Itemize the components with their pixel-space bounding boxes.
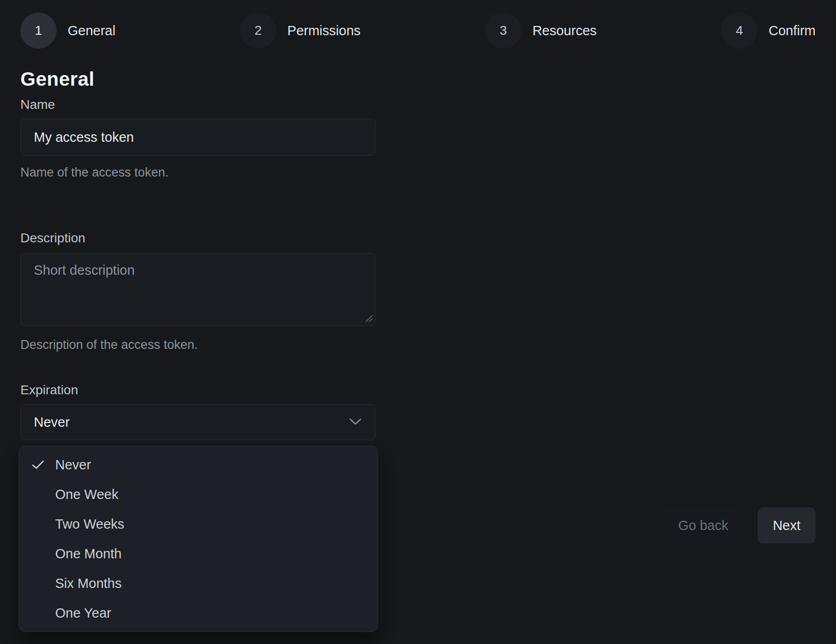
description-hint: Description of the access token. (20, 337, 399, 352)
step-label: General (68, 23, 115, 38)
check-icon (32, 460, 44, 470)
chevron-down-icon (349, 418, 361, 426)
resize-grip-icon[interactable] (365, 315, 373, 322)
general-step-form: General Name Name of the access token. D… (0, 69, 399, 632)
wizard-footer: Go back Next (664, 507, 816, 543)
step-label: Permissions (287, 23, 361, 38)
step-resources[interactable]: 3 Resources (485, 13, 597, 49)
step-permissions[interactable]: 2 Permissions (240, 13, 361, 49)
page-title: General (20, 69, 399, 90)
go-back-button[interactable]: Go back (664, 507, 743, 543)
description-label: Description (20, 231, 399, 246)
option-six-months[interactable]: Six Months (19, 568, 378, 598)
step-label: Resources (532, 23, 597, 38)
option-two-weeks[interactable]: Two Weeks (19, 509, 378, 539)
wizard-stepper: 1 General 2 Permissions 3 Resources 4 Co… (0, 0, 836, 49)
option-label: Never (55, 457, 91, 473)
option-never[interactable]: Never (19, 450, 378, 480)
step-number-badge: 4 (721, 13, 757, 49)
expiration-selected-value: Never (34, 415, 70, 430)
next-button[interactable]: Next (758, 507, 816, 543)
option-label: Two Weeks (55, 517, 124, 532)
option-label: One Week (55, 487, 118, 502)
option-one-year[interactable]: One Year (19, 598, 378, 628)
step-number-badge: 1 (20, 13, 57, 49)
step-number-badge: 3 (485, 13, 521, 49)
option-label: Six Months (55, 576, 121, 591)
description-textarea[interactable] (20, 253, 376, 326)
expiration-label: Expiration (20, 383, 399, 398)
option-label: One Year (55, 606, 111, 621)
step-number-badge: 2 (240, 13, 276, 49)
option-one-week[interactable]: One Week (19, 480, 378, 509)
name-label: Name (20, 97, 399, 112)
name-hint: Name of the access token. (20, 165, 399, 180)
step-label: Confirm (768, 23, 816, 38)
step-confirm[interactable]: 4 Confirm (721, 13, 816, 49)
name-input[interactable] (20, 119, 376, 156)
expiration-dropdown: Never One Week Two Weeks One Month Six M… (19, 446, 378, 632)
option-one-month[interactable]: One Month (19, 539, 378, 568)
step-general[interactable]: 1 General (20, 13, 115, 49)
expiration-select[interactable]: Never (20, 404, 376, 440)
description-textarea-wrap (20, 253, 376, 326)
option-label: One Month (55, 546, 121, 562)
